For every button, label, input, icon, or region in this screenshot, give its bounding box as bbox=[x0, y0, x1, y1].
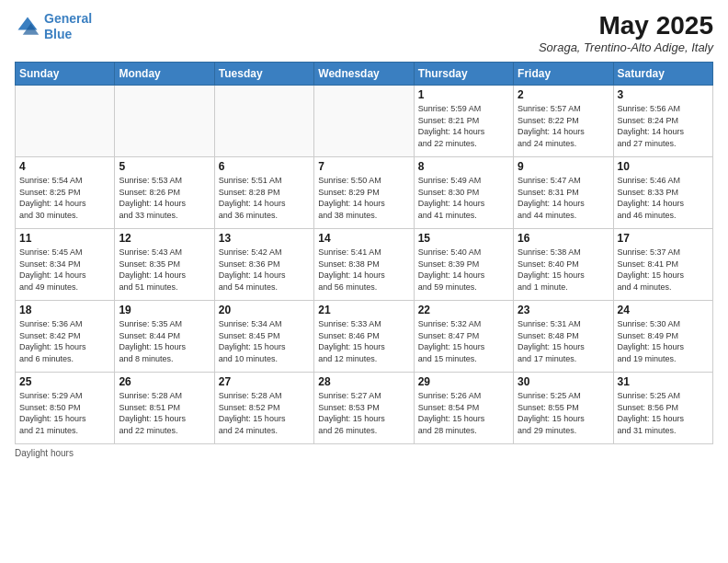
day-info: Sunrise: 5:57 AM Sunset: 8:22 PM Dayligh… bbox=[518, 103, 609, 149]
day-info: Sunrise: 5:43 AM Sunset: 8:35 PM Dayligh… bbox=[119, 247, 210, 293]
calendar-cell: 21Sunrise: 5:33 AM Sunset: 8:46 PM Dayli… bbox=[314, 301, 414, 373]
day-number: 4 bbox=[19, 160, 110, 173]
day-number: 8 bbox=[418, 160, 509, 173]
calendar-cell: 2Sunrise: 5:57 AM Sunset: 8:22 PM Daylig… bbox=[514, 86, 613, 157]
day-info: Sunrise: 5:38 AM Sunset: 8:40 PM Dayligh… bbox=[518, 247, 609, 293]
logo-text: General Blue bbox=[44, 11, 92, 42]
calendar-cell bbox=[214, 86, 313, 157]
calendar-cell: 15Sunrise: 5:40 AM Sunset: 8:39 PM Dayli… bbox=[414, 229, 513, 301]
day-number: 18 bbox=[19, 304, 110, 316]
location: Soraga, Trentino-Alto Adige, Italy bbox=[539, 40, 713, 54]
day-number: 15 bbox=[418, 232, 509, 245]
calendar-cell: 7Sunrise: 5:50 AM Sunset: 8:29 PM Daylig… bbox=[314, 157, 414, 229]
calendar-cell: 17Sunrise: 5:37 AM Sunset: 8:41 PM Dayli… bbox=[613, 229, 712, 301]
day-info: Sunrise: 5:31 AM Sunset: 8:48 PM Dayligh… bbox=[518, 318, 609, 364]
day-info: Sunrise: 5:29 AM Sunset: 8:50 PM Dayligh… bbox=[19, 390, 110, 436]
day-info: Sunrise: 5:51 AM Sunset: 8:28 PM Dayligh… bbox=[219, 175, 310, 221]
page: General Blue May 2025 Soraga, Trentino-A… bbox=[0, 0, 728, 563]
day-number: 30 bbox=[518, 375, 609, 388]
calendar-cell: 9Sunrise: 5:47 AM Sunset: 8:31 PM Daylig… bbox=[514, 157, 613, 229]
day-number: 7 bbox=[318, 160, 409, 173]
day-number: 16 bbox=[518, 232, 609, 245]
day-number: 19 bbox=[119, 304, 210, 316]
calendar-cell: 16Sunrise: 5:38 AM Sunset: 8:40 PM Dayli… bbox=[514, 229, 613, 301]
day-number: 27 bbox=[219, 375, 310, 388]
day-number: 26 bbox=[119, 375, 210, 388]
day-info: Sunrise: 5:46 AM Sunset: 8:33 PM Dayligh… bbox=[618, 175, 709, 221]
day-info: Sunrise: 5:41 AM Sunset: 8:38 PM Dayligh… bbox=[318, 247, 409, 293]
weekday-header-monday: Monday bbox=[115, 63, 214, 86]
day-number: 5 bbox=[119, 160, 210, 173]
day-info: Sunrise: 5:42 AM Sunset: 8:36 PM Dayligh… bbox=[219, 247, 310, 293]
week-row-4: 18Sunrise: 5:36 AM Sunset: 8:42 PM Dayli… bbox=[16, 301, 713, 373]
day-number: 13 bbox=[219, 232, 310, 245]
calendar-cell: 8Sunrise: 5:49 AM Sunset: 8:30 PM Daylig… bbox=[414, 157, 513, 229]
calendar-cell: 19Sunrise: 5:35 AM Sunset: 8:44 PM Dayli… bbox=[115, 301, 214, 373]
day-number: 25 bbox=[19, 375, 110, 388]
day-number: 10 bbox=[618, 160, 709, 173]
day-info: Sunrise: 5:34 AM Sunset: 8:45 PM Dayligh… bbox=[219, 318, 310, 364]
weekday-header-friday: Friday bbox=[514, 63, 613, 86]
calendar-cell bbox=[16, 86, 115, 157]
day-info: Sunrise: 5:56 AM Sunset: 8:24 PM Dayligh… bbox=[618, 103, 709, 149]
calendar-cell: 20Sunrise: 5:34 AM Sunset: 8:45 PM Dayli… bbox=[214, 301, 313, 373]
day-info: Sunrise: 5:45 AM Sunset: 8:34 PM Dayligh… bbox=[19, 247, 110, 293]
day-number: 17 bbox=[618, 232, 709, 245]
month-title: May 2025 bbox=[539, 11, 713, 40]
calendar-cell: 28Sunrise: 5:27 AM Sunset: 8:53 PM Dayli… bbox=[314, 373, 414, 444]
logo-line1: General bbox=[44, 11, 92, 26]
day-info: Sunrise: 5:28 AM Sunset: 8:51 PM Dayligh… bbox=[119, 390, 210, 436]
day-number: 14 bbox=[318, 232, 409, 245]
day-info: Sunrise: 5:25 AM Sunset: 8:55 PM Dayligh… bbox=[518, 390, 609, 436]
day-number: 24 bbox=[618, 304, 709, 316]
calendar-cell: 10Sunrise: 5:46 AM Sunset: 8:33 PM Dayli… bbox=[613, 157, 712, 229]
day-number: 2 bbox=[518, 88, 609, 101]
calendar-cell: 4Sunrise: 5:54 AM Sunset: 8:25 PM Daylig… bbox=[16, 157, 115, 229]
day-info: Sunrise: 5:54 AM Sunset: 8:25 PM Dayligh… bbox=[19, 175, 110, 221]
day-number: 3 bbox=[618, 88, 709, 101]
day-info: Sunrise: 5:40 AM Sunset: 8:39 PM Dayligh… bbox=[418, 247, 509, 293]
day-number: 21 bbox=[318, 304, 409, 316]
day-info: Sunrise: 5:25 AM Sunset: 8:56 PM Dayligh… bbox=[618, 390, 709, 436]
day-info: Sunrise: 5:28 AM Sunset: 8:52 PM Dayligh… bbox=[219, 390, 310, 436]
day-info: Sunrise: 5:33 AM Sunset: 8:46 PM Dayligh… bbox=[318, 318, 409, 364]
weekday-header-saturday: Saturday bbox=[613, 63, 712, 86]
day-number: 29 bbox=[418, 375, 509, 388]
calendar-cell bbox=[115, 86, 214, 157]
day-info: Sunrise: 5:49 AM Sunset: 8:30 PM Dayligh… bbox=[418, 175, 509, 221]
calendar-cell: 29Sunrise: 5:26 AM Sunset: 8:54 PM Dayli… bbox=[414, 373, 513, 444]
day-number: 31 bbox=[618, 375, 709, 388]
calendar-cell: 30Sunrise: 5:25 AM Sunset: 8:55 PM Dayli… bbox=[514, 373, 613, 444]
day-number: 12 bbox=[119, 232, 210, 245]
day-number: 20 bbox=[219, 304, 310, 316]
week-row-3: 11Sunrise: 5:45 AM Sunset: 8:34 PM Dayli… bbox=[16, 229, 713, 301]
title-block: May 2025 Soraga, Trentino-Alto Adige, It… bbox=[539, 11, 713, 54]
calendar-cell: 18Sunrise: 5:36 AM Sunset: 8:42 PM Dayli… bbox=[16, 301, 115, 373]
footer-daylight-label: Daylight hours bbox=[15, 448, 74, 458]
day-info: Sunrise: 5:32 AM Sunset: 8:47 PM Dayligh… bbox=[418, 318, 509, 364]
calendar-cell: 14Sunrise: 5:41 AM Sunset: 8:38 PM Dayli… bbox=[314, 229, 414, 301]
weekday-header-row: SundayMondayTuesdayWednesdayThursdayFrid… bbox=[16, 63, 713, 86]
day-info: Sunrise: 5:53 AM Sunset: 8:26 PM Dayligh… bbox=[119, 175, 210, 221]
day-info: Sunrise: 5:50 AM Sunset: 8:29 PM Dayligh… bbox=[318, 175, 409, 221]
calendar-cell: 22Sunrise: 5:32 AM Sunset: 8:47 PM Dayli… bbox=[414, 301, 513, 373]
weekday-header-thursday: Thursday bbox=[414, 63, 513, 86]
week-row-2: 4Sunrise: 5:54 AM Sunset: 8:25 PM Daylig… bbox=[16, 157, 713, 229]
calendar-cell: 13Sunrise: 5:42 AM Sunset: 8:36 PM Dayli… bbox=[214, 229, 313, 301]
day-number: 11 bbox=[19, 232, 110, 245]
calendar-cell: 25Sunrise: 5:29 AM Sunset: 8:50 PM Dayli… bbox=[16, 373, 115, 444]
day-number: 23 bbox=[518, 304, 609, 316]
day-number: 1 bbox=[418, 88, 509, 101]
day-info: Sunrise: 5:59 AM Sunset: 8:21 PM Dayligh… bbox=[418, 103, 509, 149]
calendar-cell: 26Sunrise: 5:28 AM Sunset: 8:51 PM Dayli… bbox=[115, 373, 214, 444]
day-info: Sunrise: 5:36 AM Sunset: 8:42 PM Dayligh… bbox=[19, 318, 110, 364]
calendar-cell: 27Sunrise: 5:28 AM Sunset: 8:52 PM Dayli… bbox=[214, 373, 313, 444]
day-info: Sunrise: 5:47 AM Sunset: 8:31 PM Dayligh… bbox=[518, 175, 609, 221]
calendar-cell: 12Sunrise: 5:43 AM Sunset: 8:35 PM Dayli… bbox=[115, 229, 214, 301]
day-number: 9 bbox=[518, 160, 609, 173]
day-info: Sunrise: 5:30 AM Sunset: 8:49 PM Dayligh… bbox=[618, 318, 709, 364]
day-info: Sunrise: 5:26 AM Sunset: 8:54 PM Dayligh… bbox=[418, 390, 509, 436]
day-info: Sunrise: 5:37 AM Sunset: 8:41 PM Dayligh… bbox=[618, 247, 709, 293]
calendar-cell: 3Sunrise: 5:56 AM Sunset: 8:24 PM Daylig… bbox=[613, 86, 712, 157]
logo: General Blue bbox=[15, 11, 92, 42]
